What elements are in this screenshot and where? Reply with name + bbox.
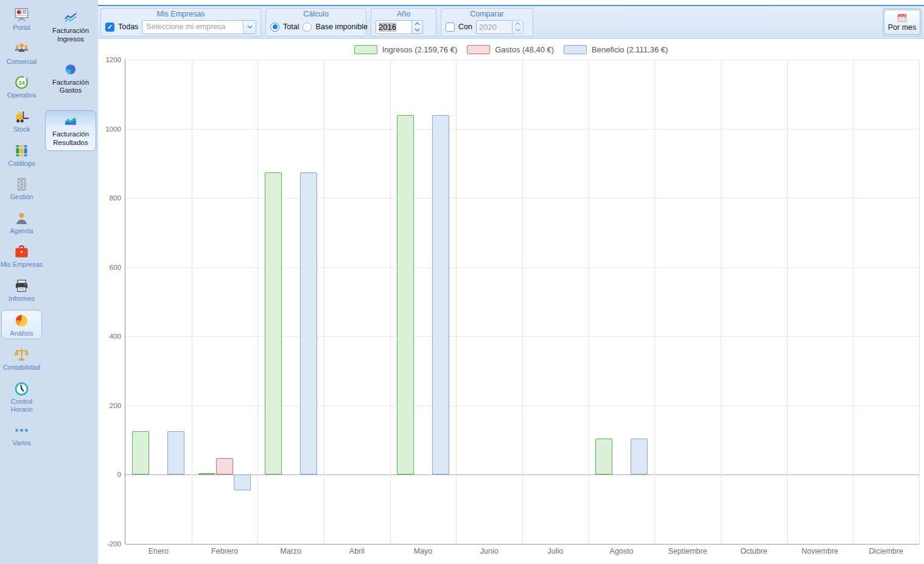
group-comparar-title: Comparar <box>446 9 528 19</box>
group-ano: Año 2016 <box>371 8 436 37</box>
sidebar-item-varios[interactable]: Varios <box>0 420 43 449</box>
plot-area <box>125 60 919 544</box>
base-imponible-radio[interactable] <box>303 23 312 32</box>
sidebar-item-comercial[interactable]: Comercial <box>0 39 43 68</box>
group-comparar: Comparar Con 2020 <box>441 8 533 37</box>
sidebar-item-analisis[interactable]: Análisis <box>1 310 42 340</box>
gridline <box>919 60 920 544</box>
varios-icon <box>13 422 30 439</box>
submenu-item-label: Facturación Resultados <box>47 130 94 147</box>
por-mes-panel: Por mes <box>883 8 922 37</box>
y-tick-label: 800 <box>110 194 121 202</box>
y-tick-label: 400 <box>110 333 121 340</box>
gridline <box>522 60 523 544</box>
gridline <box>125 544 919 545</box>
bar-ingresos-marzo <box>265 172 282 475</box>
sidebar-item-label: Contabilidad <box>3 364 40 372</box>
submenu-item-facturacion-resultados[interactable]: Facturación Resultados <box>45 110 96 151</box>
sidebar: PortalComercial24OperativaStockCatálogoG… <box>0 0 43 564</box>
sidebar-item-informes[interactable]: Informes <box>0 276 43 305</box>
bar-beneficio-enero <box>167 431 184 474</box>
total-radio[interactable] <box>270 23 279 32</box>
top-strip <box>98 0 924 5</box>
x-tick-label: Julio <box>522 544 589 564</box>
year-input[interactable]: 2016 <box>379 23 396 32</box>
informes-icon <box>13 278 30 294</box>
submenu: Facturación IngresosFacturación GastosFa… <box>43 0 98 564</box>
gridline <box>390 60 391 544</box>
y-tick-label: 0 <box>117 471 121 478</box>
year-spinner[interactable]: 2016 <box>376 20 423 34</box>
x-tick-label: Junio <box>456 544 522 564</box>
catalogo-icon <box>13 143 30 159</box>
bar-ingresos-enero <box>132 431 149 474</box>
empresa-select[interactable]: Seleccione mi empresa <box>142 20 256 34</box>
toolbar-spacer <box>537 8 878 37</box>
gridline <box>456 60 457 544</box>
sidebar-item-mis-empresas[interactable]: Mis Empresas <box>0 242 43 270</box>
sidebar-item-gestion[interactable]: Gestión <box>0 174 43 203</box>
chart-legend: Ingresos (2.159,76 €) Gastos (48,40 €) B… <box>98 39 924 60</box>
por-mes-button[interactable]: Por mes <box>884 10 921 35</box>
sidebar-item-label: Stock <box>13 125 30 133</box>
gridline <box>589 60 589 544</box>
x-tick-label: Mayo <box>390 544 457 564</box>
operativa-icon: 24 <box>13 74 30 91</box>
beneficio-swatch <box>564 45 587 54</box>
gridline <box>654 60 655 544</box>
gridline <box>853 60 853 544</box>
compare-year-spinner[interactable]: 2020 <box>476 20 523 34</box>
y-axis-labels: 120010008006004002000-200 <box>98 60 125 544</box>
sidebar-item-agenda[interactable]: Agenda <box>0 208 43 237</box>
con-checkbox[interactable] <box>446 23 455 32</box>
submenu-item-facturacion-ingresos[interactable]: Facturación Ingresos <box>45 7 96 47</box>
sidebar-item-operativa[interactable]: 24Operativa <box>0 72 43 101</box>
y-tick-label: -200 <box>107 540 121 548</box>
gridline <box>257 60 258 544</box>
resultados-icon <box>63 114 78 129</box>
todas-checkbox[interactable] <box>105 23 114 32</box>
sidebar-item-contabilidad[interactable]: Contabilidad <box>0 345 43 373</box>
con-label: Con <box>458 23 472 31</box>
gastos-icon <box>63 62 78 77</box>
contabilidad-icon <box>13 347 30 363</box>
toolbar: Mis Empresas Todas Seleccione mi empresa… <box>98 5 924 39</box>
total-radio-label: Total <box>283 23 299 31</box>
agenda-icon <box>13 210 30 227</box>
compare-spin-down-icon[interactable] <box>513 27 523 33</box>
stock-icon <box>13 108 30 125</box>
bar-beneficio-marzo <box>300 172 317 475</box>
legend-item-ingresos: Ingresos (2.159,76 €) <box>354 45 458 54</box>
sidebar-item-label: Mis Empresas <box>1 261 43 269</box>
x-tick-label: Septiembre <box>654 544 721 564</box>
x-tick-label: Abril <box>324 544 390 564</box>
sidebar-item-stock[interactable]: Stock <box>0 107 43 135</box>
base-imponible-radio-label: Base imponible <box>315 23 367 31</box>
submenu-item-facturacion-gastos[interactable]: Facturación Gastos <box>45 59 96 99</box>
bar-ingresos-agosto <box>595 439 612 475</box>
chevron-down-icon[interactable] <box>243 21 256 33</box>
x-tick-label: Enero <box>125 544 192 564</box>
submenu-item-label: Facturación Ingresos <box>46 27 95 44</box>
year-spin-up-icon[interactable] <box>412 21 422 27</box>
x-tick-label: Febrero <box>192 544 258 564</box>
compare-year-input[interactable]: 2020 <box>476 20 513 34</box>
sidebar-item-control-horario[interactable]: Control Horario <box>0 379 43 415</box>
year-spin-down-icon[interactable] <box>412 27 422 33</box>
ingresos-icon <box>63 10 78 25</box>
sidebar-item-label: Operativa <box>7 91 37 99</box>
group-calculo: Cálculo Total Base imponible <box>265 8 366 37</box>
x-axis-labels: EneroFebreroMarzoAbrilMayoJunioJulioAgos… <box>125 544 919 564</box>
sidebar-item-label: Gestión <box>10 193 33 201</box>
sidebar-item-label: Comercial <box>7 58 37 66</box>
comercial-icon <box>13 41 30 57</box>
sidebar-item-portal[interactable]: Portal <box>0 5 43 33</box>
bar-beneficio-mayo <box>432 115 449 475</box>
gridline <box>324 60 324 544</box>
x-tick-label: Marzo <box>257 544 324 564</box>
sidebar-item-catalogo[interactable]: Catálogo <box>0 141 43 169</box>
y-tick-label: 1000 <box>105 125 121 133</box>
x-tick-label: Diciembre <box>853 544 919 564</box>
compare-spin-up-icon[interactable] <box>513 21 523 27</box>
mis-empresas-icon <box>13 244 30 260</box>
